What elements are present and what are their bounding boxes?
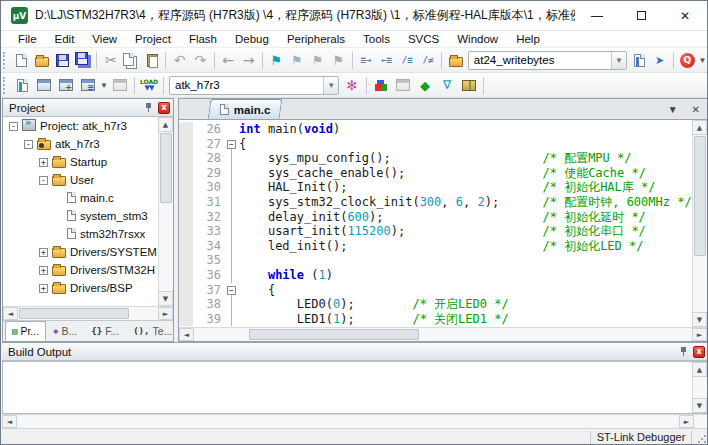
comment-selection-icon[interactable]: /≡ [397,50,418,71]
fold-collapse-icon[interactable]: − [227,140,236,149]
expand-icon[interactable]: + [39,284,48,293]
code-line-39[interactable]: 39 LED1(1); /* 关闭LED1 */ [179,312,692,327]
code-editor[interactable]: 26int main(void)27−{28 sys_mpu_config();… [179,120,707,327]
uncomment-selection-icon[interactable]: /≠ [418,50,439,71]
scroll-right-icon[interactable]: ► [679,415,694,428]
cut-icon[interactable]: ✂ [100,50,121,71]
maximize-button[interactable] [619,1,663,30]
combobox-dropdown-icon[interactable]: ▼ [611,52,626,69]
rebuild-icon[interactable] [55,75,77,96]
options-for-target-icon[interactable]: ✻ [341,75,363,96]
code-line-30[interactable]: 30 HAL_Init(); /* 初始化HAL库 */ [179,180,692,195]
panel-tab-te[interactable]: (),Te... [126,321,179,341]
fold-collapse-icon[interactable]: − [227,286,236,295]
expand-icon[interactable]: + [39,266,48,275]
breakpoint-margin[interactable] [179,224,193,239]
breakpoint-margin[interactable] [179,312,193,327]
unindent-icon[interactable]: ←≡ [376,50,397,71]
tree-item-atk-h7r3[interactable]: -atk_h7r3 [3,135,173,153]
code-line-35[interactable]: 35 [179,253,692,268]
collapse-icon[interactable]: - [24,140,33,149]
tree-horizontal-scrollbar[interactable]: ◄ ► [3,306,173,320]
paste-icon[interactable] [142,50,163,71]
scrollbar-thumb[interactable] [249,329,419,340]
menu-debug[interactable]: Debug [226,31,278,47]
pin-icon[interactable] [144,102,154,113]
tree-item-main-c[interactable]: main.c [3,189,173,207]
nav-forward-icon[interactable]: → [238,50,259,71]
multi-project-workspace-icon[interactable] [392,75,414,96]
menu-view[interactable]: View [83,31,126,47]
quick-help-icon[interactable]: Q [677,50,698,71]
dropdown-arrow-icon[interactable]: ▼ [99,81,109,90]
line-number[interactable]: 29 [193,166,225,181]
fold-margin[interactable]: − [225,137,239,152]
collapse-icon[interactable]: - [39,176,48,185]
line-number[interactable]: 31 [193,195,225,210]
window-horizontal-scrollbar[interactable]: ◄ ► [2,414,708,428]
scroll-right-icon[interactable]: ► [692,328,707,341]
line-number[interactable]: 30 [193,180,225,195]
stop-build-icon[interactable] [109,75,131,96]
target-input[interactable] [170,79,323,91]
batch-build-icon[interactable] [77,75,99,96]
scrollbar-thumb[interactable] [694,136,706,256]
scroll-right-icon[interactable]: ► [158,307,173,320]
nav-back-icon[interactable]: ← [218,50,239,71]
code-line-31[interactable]: 31 sys_stm32_clock_init(300, 6, 2); /* 配… [179,195,692,210]
download-icon[interactable]: LOAD [138,75,160,96]
save-icon[interactable] [52,50,73,71]
translate-file-icon[interactable] [11,75,33,96]
tree-item-stm32h7rsxx[interactable]: stm32h7rsxx [3,225,173,243]
bookmark-toggle-icon[interactable]: ⚑ [266,50,287,71]
fold-margin[interactable] [225,195,239,210]
close-icon[interactable]: x [693,346,705,358]
fold-margin[interactable] [225,312,239,327]
code-line-33[interactable]: 33 usart_init(115200); /* 初始化串口 */ [179,224,692,239]
code-line-32[interactable]: 32 delay_init(600); /* 初始化延时 */ [179,210,692,225]
editor-tab-main-c[interactable]: main.c [208,99,283,119]
menu-file[interactable]: File [9,31,46,47]
menu-window[interactable]: Window [448,31,507,47]
fold-margin[interactable] [225,239,239,254]
fold-margin[interactable] [225,268,239,283]
build-icon[interactable] [33,75,55,96]
expand-icon[interactable]: + [39,248,48,257]
menu-help[interactable]: Help [507,31,549,47]
indent-icon[interactable]: ≡→ [356,50,377,71]
resize-grip[interactable] [692,429,708,445]
tab-list-dropdown-icon[interactable]: ▼ [661,104,685,115]
breakpoint-margin[interactable] [179,151,193,166]
tree-item-project-atk-h7r3[interactable]: -Project: atk_h7r3 [3,117,173,135]
line-number[interactable]: 27 [193,137,225,152]
expand-icon[interactable]: + [39,158,48,167]
tree-item-system-stm3[interactable]: system_stm3 [3,207,173,225]
tree-item-drivers-stm32h[interactable]: +Drivers/STM32H [3,261,173,279]
menu-tools[interactable]: Tools [354,31,399,47]
fold-margin[interactable]: − [225,283,239,298]
breakpoint-margin[interactable] [179,297,193,312]
find-in-files-icon[interactable] [445,50,466,71]
incremental-find-icon[interactable] [629,50,650,71]
code-line-37[interactable]: 37− { [179,283,692,298]
target-combobox[interactable]: ▼ [169,76,339,95]
tab-close-icon[interactable]: ✕ [685,104,707,115]
breakpoint-margin[interactable] [179,195,193,210]
fold-margin[interactable] [225,210,239,225]
breakpoint-margin[interactable] [179,283,193,298]
panel-tab-f[interactable]: {}F... [84,321,126,341]
pack-installer-icon[interactable] [458,75,480,96]
menu-peripherals[interactable]: Peripherals [278,31,354,47]
close-button[interactable]: ✕ [663,1,707,30]
manage-run-time-environment-icon[interactable]: ◆ [414,75,436,96]
redo-icon[interactable]: ↷ [190,50,211,71]
toolbar-grip[interactable] [3,77,8,94]
build-vertical-scrollbar[interactable]: ▲ ▼ [692,362,707,413]
line-number[interactable]: 28 [193,151,225,166]
fold-margin[interactable] [225,297,239,312]
panel-tab-b[interactable]: ◈B... [46,321,84,341]
manage-project-items-icon[interactable] [370,75,392,96]
breakpoint-margin[interactable] [179,137,193,152]
scroll-down-icon[interactable]: ▼ [158,291,173,306]
menu-flash[interactable]: Flash [180,31,226,47]
